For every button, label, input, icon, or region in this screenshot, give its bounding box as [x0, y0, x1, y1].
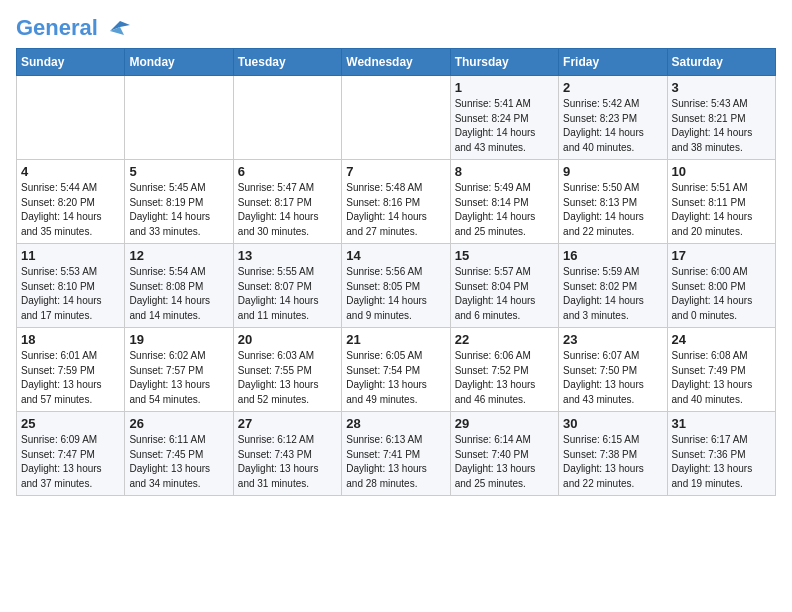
- day-number: 12: [129, 248, 228, 263]
- calendar-week-row: 25Sunrise: 6:09 AM Sunset: 7:47 PM Dayli…: [17, 412, 776, 496]
- calendar-cell: 24Sunrise: 6:08 AM Sunset: 7:49 PM Dayli…: [667, 328, 775, 412]
- calendar-cell: 5Sunrise: 5:45 AM Sunset: 8:19 PM Daylig…: [125, 160, 233, 244]
- day-info: Sunrise: 6:03 AM Sunset: 7:55 PM Dayligh…: [238, 349, 337, 407]
- logo-text: General: [16, 16, 98, 40]
- calendar-cell: 13Sunrise: 5:55 AM Sunset: 8:07 PM Dayli…: [233, 244, 341, 328]
- calendar-cell: [342, 76, 450, 160]
- calendar-cell: 31Sunrise: 6:17 AM Sunset: 7:36 PM Dayli…: [667, 412, 775, 496]
- svg-marker-1: [110, 27, 124, 35]
- day-number: 6: [238, 164, 337, 179]
- calendar-header-tuesday: Tuesday: [233, 49, 341, 76]
- day-info: Sunrise: 5:51 AM Sunset: 8:11 PM Dayligh…: [672, 181, 771, 239]
- calendar-cell: 1Sunrise: 5:41 AM Sunset: 8:24 PM Daylig…: [450, 76, 558, 160]
- calendar-cell: 14Sunrise: 5:56 AM Sunset: 8:05 PM Dayli…: [342, 244, 450, 328]
- day-info: Sunrise: 6:17 AM Sunset: 7:36 PM Dayligh…: [672, 433, 771, 491]
- day-info: Sunrise: 6:12 AM Sunset: 7:43 PM Dayligh…: [238, 433, 337, 491]
- day-info: Sunrise: 5:44 AM Sunset: 8:20 PM Dayligh…: [21, 181, 120, 239]
- calendar-header-thursday: Thursday: [450, 49, 558, 76]
- calendar-cell: 23Sunrise: 6:07 AM Sunset: 7:50 PM Dayli…: [559, 328, 667, 412]
- day-info: Sunrise: 5:41 AM Sunset: 8:24 PM Dayligh…: [455, 97, 554, 155]
- day-number: 23: [563, 332, 662, 347]
- calendar-cell: 21Sunrise: 6:05 AM Sunset: 7:54 PM Dayli…: [342, 328, 450, 412]
- day-number: 20: [238, 332, 337, 347]
- day-info: Sunrise: 5:50 AM Sunset: 8:13 PM Dayligh…: [563, 181, 662, 239]
- day-info: Sunrise: 6:13 AM Sunset: 7:41 PM Dayligh…: [346, 433, 445, 491]
- calendar-cell: 4Sunrise: 5:44 AM Sunset: 8:20 PM Daylig…: [17, 160, 125, 244]
- calendar-week-row: 11Sunrise: 5:53 AM Sunset: 8:10 PM Dayli…: [17, 244, 776, 328]
- day-number: 30: [563, 416, 662, 431]
- calendar-cell: 18Sunrise: 6:01 AM Sunset: 7:59 PM Dayli…: [17, 328, 125, 412]
- calendar-cell: 12Sunrise: 5:54 AM Sunset: 8:08 PM Dayli…: [125, 244, 233, 328]
- calendar-cell: [125, 76, 233, 160]
- calendar-cell: 2Sunrise: 5:42 AM Sunset: 8:23 PM Daylig…: [559, 76, 667, 160]
- day-info: Sunrise: 6:08 AM Sunset: 7:49 PM Dayligh…: [672, 349, 771, 407]
- calendar-cell: 8Sunrise: 5:49 AM Sunset: 8:14 PM Daylig…: [450, 160, 558, 244]
- calendar-cell: 26Sunrise: 6:11 AM Sunset: 7:45 PM Dayli…: [125, 412, 233, 496]
- calendar-cell: [17, 76, 125, 160]
- day-number: 8: [455, 164, 554, 179]
- calendar-cell: 16Sunrise: 5:59 AM Sunset: 8:02 PM Dayli…: [559, 244, 667, 328]
- day-info: Sunrise: 5:42 AM Sunset: 8:23 PM Dayligh…: [563, 97, 662, 155]
- calendar-cell: 9Sunrise: 5:50 AM Sunset: 8:13 PM Daylig…: [559, 160, 667, 244]
- calendar-header-wednesday: Wednesday: [342, 49, 450, 76]
- calendar-header-monday: Monday: [125, 49, 233, 76]
- day-number: 3: [672, 80, 771, 95]
- day-number: 17: [672, 248, 771, 263]
- day-info: Sunrise: 6:09 AM Sunset: 7:47 PM Dayligh…: [21, 433, 120, 491]
- day-number: 29: [455, 416, 554, 431]
- calendar-cell: 15Sunrise: 5:57 AM Sunset: 8:04 PM Dayli…: [450, 244, 558, 328]
- calendar-header-sunday: Sunday: [17, 49, 125, 76]
- day-number: 9: [563, 164, 662, 179]
- calendar-header-row: SundayMondayTuesdayWednesdayThursdayFrid…: [17, 49, 776, 76]
- day-number: 22: [455, 332, 554, 347]
- calendar-body: 1Sunrise: 5:41 AM Sunset: 8:24 PM Daylig…: [17, 76, 776, 496]
- day-info: Sunrise: 6:15 AM Sunset: 7:38 PM Dayligh…: [563, 433, 662, 491]
- calendar-cell: 11Sunrise: 5:53 AM Sunset: 8:10 PM Dayli…: [17, 244, 125, 328]
- day-number: 2: [563, 80, 662, 95]
- calendar-cell: [233, 76, 341, 160]
- calendar-cell: 30Sunrise: 6:15 AM Sunset: 7:38 PM Dayli…: [559, 412, 667, 496]
- day-info: Sunrise: 5:56 AM Sunset: 8:05 PM Dayligh…: [346, 265, 445, 323]
- calendar-cell: 29Sunrise: 6:14 AM Sunset: 7:40 PM Dayli…: [450, 412, 558, 496]
- day-info: Sunrise: 5:57 AM Sunset: 8:04 PM Dayligh…: [455, 265, 554, 323]
- day-info: Sunrise: 5:45 AM Sunset: 8:19 PM Dayligh…: [129, 181, 228, 239]
- logo: General: [16, 16, 132, 40]
- day-number: 31: [672, 416, 771, 431]
- calendar-week-row: 1Sunrise: 5:41 AM Sunset: 8:24 PM Daylig…: [17, 76, 776, 160]
- day-number: 16: [563, 248, 662, 263]
- day-number: 5: [129, 164, 228, 179]
- day-info: Sunrise: 5:54 AM Sunset: 8:08 PM Dayligh…: [129, 265, 228, 323]
- day-number: 13: [238, 248, 337, 263]
- day-number: 15: [455, 248, 554, 263]
- day-number: 1: [455, 80, 554, 95]
- day-info: Sunrise: 6:02 AM Sunset: 7:57 PM Dayligh…: [129, 349, 228, 407]
- calendar-cell: 22Sunrise: 6:06 AM Sunset: 7:52 PM Dayli…: [450, 328, 558, 412]
- day-number: 11: [21, 248, 120, 263]
- day-info: Sunrise: 6:06 AM Sunset: 7:52 PM Dayligh…: [455, 349, 554, 407]
- day-info: Sunrise: 5:49 AM Sunset: 8:14 PM Dayligh…: [455, 181, 554, 239]
- day-info: Sunrise: 5:43 AM Sunset: 8:21 PM Dayligh…: [672, 97, 771, 155]
- day-number: 18: [21, 332, 120, 347]
- day-info: Sunrise: 6:01 AM Sunset: 7:59 PM Dayligh…: [21, 349, 120, 407]
- day-info: Sunrise: 6:14 AM Sunset: 7:40 PM Dayligh…: [455, 433, 554, 491]
- calendar-table: SundayMondayTuesdayWednesdayThursdayFrid…: [16, 48, 776, 496]
- day-number: 27: [238, 416, 337, 431]
- day-number: 19: [129, 332, 228, 347]
- day-number: 26: [129, 416, 228, 431]
- day-info: Sunrise: 5:59 AM Sunset: 8:02 PM Dayligh…: [563, 265, 662, 323]
- calendar-cell: 19Sunrise: 6:02 AM Sunset: 7:57 PM Dayli…: [125, 328, 233, 412]
- day-number: 14: [346, 248, 445, 263]
- day-info: Sunrise: 5:48 AM Sunset: 8:16 PM Dayligh…: [346, 181, 445, 239]
- day-number: 10: [672, 164, 771, 179]
- day-number: 28: [346, 416, 445, 431]
- day-info: Sunrise: 6:00 AM Sunset: 8:00 PM Dayligh…: [672, 265, 771, 323]
- calendar-header-friday: Friday: [559, 49, 667, 76]
- day-number: 21: [346, 332, 445, 347]
- calendar-header-saturday: Saturday: [667, 49, 775, 76]
- logo-bird-icon: [102, 17, 132, 39]
- calendar-cell: 7Sunrise: 5:48 AM Sunset: 8:16 PM Daylig…: [342, 160, 450, 244]
- calendar-cell: 25Sunrise: 6:09 AM Sunset: 7:47 PM Dayli…: [17, 412, 125, 496]
- calendar-week-row: 4Sunrise: 5:44 AM Sunset: 8:20 PM Daylig…: [17, 160, 776, 244]
- calendar-week-row: 18Sunrise: 6:01 AM Sunset: 7:59 PM Dayli…: [17, 328, 776, 412]
- calendar-cell: 28Sunrise: 6:13 AM Sunset: 7:41 PM Dayli…: [342, 412, 450, 496]
